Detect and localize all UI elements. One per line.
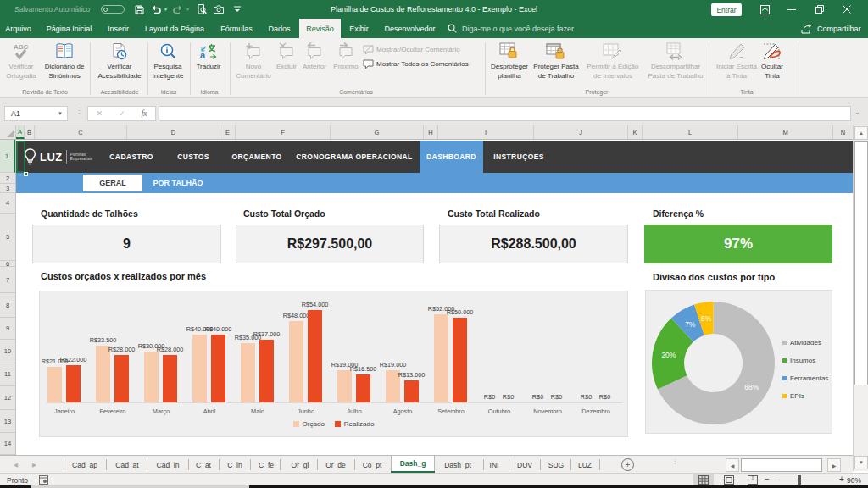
ribbon-tab-layout-da-p-gina[interactable]: Layout da Página bbox=[142, 19, 207, 38]
row-header-11[interactable]: 11 bbox=[0, 363, 15, 386]
minimize-button[interactable] bbox=[781, 0, 803, 19]
row-header-14[interactable]: 14 bbox=[0, 433, 15, 455]
zoom-percentage[interactable]: 90% bbox=[847, 474, 861, 486]
dashboard-menu-custos[interactable]: CUSTOS bbox=[177, 141, 209, 173]
column-header-k[interactable]: K bbox=[628, 125, 643, 139]
scroll-up-icon[interactable]: ▲ bbox=[854, 126, 868, 140]
hscroll-right-icon[interactable]: ▶ bbox=[827, 458, 841, 472]
formula-bar-expand-icon[interactable]: ⌄ bbox=[854, 108, 860, 116]
zoom-slider-thumb[interactable] bbox=[798, 475, 801, 485]
vertical-scroll-thumb[interactable] bbox=[854, 141, 868, 385]
row-header-5[interactable]: 5 bbox=[0, 214, 15, 262]
sheet-tab-cad-in[interactable]: Cad_in bbox=[157, 456, 180, 474]
row-header-7[interactable]: 7 bbox=[0, 267, 15, 293]
sheet-tab-ini[interactable]: INI bbox=[490, 456, 499, 474]
row-header-12[interactable]: 12 bbox=[0, 386, 15, 411]
formula-bar-handle[interactable]: ⋮ bbox=[75, 109, 77, 118]
insert-function-icon[interactable]: fx bbox=[142, 109, 147, 118]
donut-chart[interactable]: 68%20%7%5% AtividadesInsumosFerramentasE… bbox=[645, 290, 832, 434]
ribbon-tab-p-gina-inicial[interactable]: Página Inicial bbox=[45, 19, 93, 38]
column-header-h[interactable]: H bbox=[424, 125, 438, 139]
dashboard-menu-or-amento[interactable]: ORÇAMENTO bbox=[231, 141, 281, 173]
sheet-tab-or-gl[interactable]: Or_gl bbox=[292, 456, 309, 474]
row-header-13[interactable]: 13 bbox=[0, 410, 15, 433]
column-header-e[interactable]: E bbox=[220, 125, 236, 139]
zoom-out-button[interactable]: − bbox=[761, 474, 773, 486]
column-header-m[interactable]: M bbox=[738, 125, 833, 139]
column-header-g[interactable]: G bbox=[331, 125, 424, 139]
column-header-c[interactable]: C bbox=[35, 125, 127, 139]
column-header-n[interactable]: N bbox=[833, 125, 854, 139]
close-button[interactable] bbox=[836, 0, 858, 19]
row-header-6[interactable]: 6 bbox=[0, 261, 15, 267]
row-header-2[interactable]: 2 bbox=[0, 173, 15, 184]
sheet-tab-dash-pt[interactable]: Dash_pt bbox=[444, 456, 471, 474]
view-page-layout-icon[interactable] bbox=[719, 474, 739, 486]
qat-customize-icon[interactable] bbox=[234, 0, 241, 19]
dashboard-menu-cronograma-operacional[interactable]: CRONOGRAMA OPERACIONAL bbox=[296, 141, 412, 173]
dashboard-menu-cadastro[interactable]: CADASTRO bbox=[109, 141, 153, 173]
horizontal-scroll-thumb[interactable] bbox=[741, 458, 822, 472]
ribbon-tab-arquivo[interactable]: Arquivo bbox=[2, 19, 35, 38]
row-header-9[interactable]: 9 bbox=[0, 318, 15, 340]
row-header-3[interactable]: 3 bbox=[0, 184, 15, 193]
column-header-j[interactable]: J bbox=[534, 125, 628, 139]
sheet-tab-or-de[interactable]: Or_de bbox=[326, 456, 346, 474]
sheet-tab-cad-ap[interactable]: Cad_ap bbox=[72, 456, 97, 474]
scroll-down-icon[interactable]: ▼ bbox=[854, 456, 868, 469]
ribbon-button-permitir-a-edi-o-de-intervalos[interactable]: Permitir a Edição de Intervalos bbox=[580, 41, 646, 80]
column-header-f[interactable]: F bbox=[236, 125, 331, 139]
row-header-4[interactable]: 4 bbox=[0, 193, 15, 214]
vertical-scrollbar[interactable]: ▲ ▼ bbox=[853, 125, 868, 471]
undo-icon[interactable] bbox=[151, 0, 161, 19]
confirm-entry-icon[interactable]: ✓ bbox=[119, 109, 125, 118]
ribbon-tab-revis-o[interactable]: Revisão bbox=[299, 19, 341, 38]
ribbon-tab-dados[interactable]: Dados bbox=[264, 19, 295, 38]
undo-dropdown-icon[interactable]: ▼ bbox=[164, 0, 168, 19]
row-header-8[interactable]: 8 bbox=[0, 293, 15, 318]
row-header-1[interactable]: 1 bbox=[0, 140, 15, 173]
sign-in-button[interactable]: Entrar bbox=[711, 3, 742, 16]
dashboard-menu-dashboard[interactable]: DASHBOARD bbox=[420, 141, 483, 173]
sheet-nav-next-icon[interactable]: ▶ bbox=[32, 456, 36, 474]
save-icon[interactable] bbox=[135, 0, 144, 19]
name-box[interactable]: A1 ▼ bbox=[4, 106, 68, 121]
new-sheet-button[interactable]: + bbox=[621, 458, 634, 471]
sheet-tab-c-fe[interactable]: C_fe bbox=[259, 456, 274, 474]
column-header-d[interactable]: D bbox=[127, 125, 220, 139]
name-box-dropdown-icon[interactable]: ▼ bbox=[58, 111, 63, 116]
zoom-in-button[interactable]: + bbox=[836, 474, 848, 486]
cancel-entry-icon[interactable]: ✕ bbox=[97, 109, 103, 118]
share-button[interactable]: Compartilhar bbox=[801, 19, 861, 38]
sheet-tab-luz[interactable]: LUZ bbox=[578, 456, 592, 474]
column-header-l[interactable]: L bbox=[643, 125, 738, 139]
ribbon-display-options-icon[interactable] bbox=[754, 0, 776, 19]
bar-chart[interactable]: JaneiroR$21.000R$22.000FevereiroR$33.500… bbox=[39, 291, 628, 437]
sheet-tab-co-pt[interactable]: Co_pt bbox=[363, 456, 382, 474]
sheet-tab-c-in[interactable]: C_in bbox=[227, 456, 242, 474]
ribbon-tab-f-rmulas[interactable]: Fórmulas bbox=[214, 19, 259, 38]
sheet-tab-duv[interactable]: DUV bbox=[517, 456, 532, 474]
macro-record-icon[interactable] bbox=[39, 474, 48, 486]
sheet-tab-cad-at[interactable]: Cad_at bbox=[115, 456, 138, 474]
view-normal-icon[interactable] bbox=[693, 474, 714, 486]
ribbon-button-mostrar-todos-os-coment-rios[interactable]: Mostrar Todos os Comentários bbox=[363, 58, 469, 69]
print-preview-icon[interactable] bbox=[198, 0, 207, 19]
select-all-corner[interactable] bbox=[0, 125, 16, 139]
column-header-a[interactable]: A bbox=[16, 125, 25, 139]
ribbon-button-mostrar-ocultar-coment-rio[interactable]: Mostrar/Ocultar Comentário bbox=[363, 44, 460, 55]
tab-scroll-splitter[interactable]: ⋮ bbox=[672, 460, 678, 463]
column-header-b[interactable]: B bbox=[25, 125, 35, 139]
column-header-i[interactable]: I bbox=[438, 125, 534, 139]
view-page-break-icon[interactable] bbox=[743, 474, 763, 486]
sheet-tab-sug[interactable]: SUG bbox=[548, 456, 564, 474]
ribbon-tab-inserir[interactable]: Inserir bbox=[99, 19, 137, 38]
row-header-10[interactable]: 10 bbox=[0, 340, 15, 363]
ribbon-button-descompartilhar-pasta-de-trabalho[interactable]: Descompartilhar Pasta de Trabalho bbox=[643, 41, 709, 80]
hscroll-left-icon[interactable]: ◀ bbox=[726, 458, 739, 472]
zoom-slider[interactable] bbox=[775, 480, 834, 480]
dashboard-menu-instru-es[interactable]: INSTRUÇÕES bbox=[493, 141, 544, 173]
sheet-tab-dash_g[interactable]: Dash_g bbox=[391, 456, 435, 472]
ribbon-button-ocultar-tinta[interactable]: Ocultar Tinta bbox=[739, 41, 805, 80]
redo-icon[interactable] bbox=[173, 0, 183, 19]
